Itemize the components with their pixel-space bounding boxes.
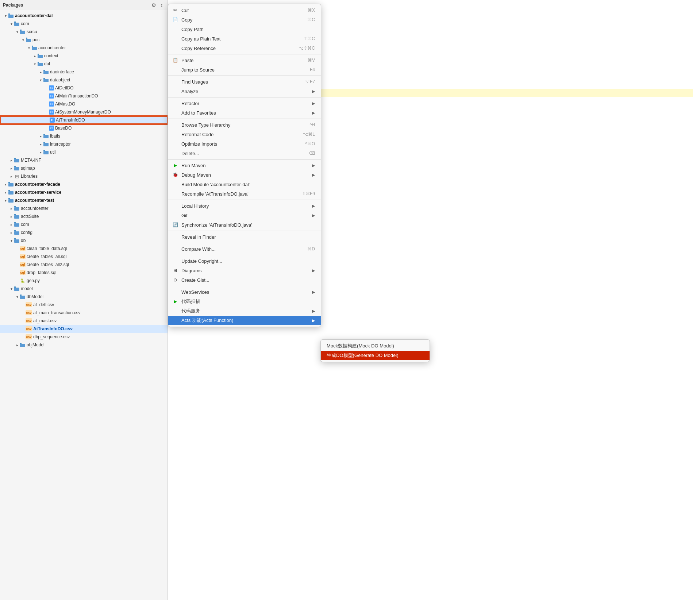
menu-separator <box>168 119 321 119</box>
menu-item-build-module[interactable]: Build Module 'accountcenter-dal' <box>168 180 321 189</box>
submenu-arrow-icon: ▶ <box>312 213 315 218</box>
copy-icon: 📄 <box>172 17 178 22</box>
menu-item-debug-maven[interactable]: 🐞 Debug Maven ▶ <box>168 170 321 180</box>
menu-item-copyright[interactable]: Update Copyright... <box>168 256 321 266</box>
menu-separator <box>168 255 321 255</box>
sync-icon: 🔄 <box>172 222 178 227</box>
diagrams-icon: ⊞ <box>172 268 178 273</box>
shortcut: ⌘X <box>308 8 315 13</box>
submenu-arrow-icon: ▶ <box>312 204 315 208</box>
shortcut: ⌘V <box>308 58 315 63</box>
shortcut: ⇧⌘C <box>304 36 315 41</box>
menu-label: Copy <box>181 17 192 23</box>
menu-item-cut[interactable]: ✂ Cut ⌘X <box>168 5 321 15</box>
menu-label: Build Module 'accountcenter-dal' <box>181 182 250 187</box>
menu-label: 代码扫描 <box>181 298 200 305</box>
menu-item-webservices[interactable]: WebServices ▶ <box>168 287 321 297</box>
menu-item-compare[interactable]: Compare With... ⌘D <box>168 244 321 254</box>
menu-item-paste[interactable]: 📋 Paste ⌘V <box>168 55 321 65</box>
menu-label: Copy as Plain Text <box>181 36 220 42</box>
submenu-arrow-icon: ▶ <box>312 163 315 168</box>
shortcut: ⌥⇧⌘C <box>299 46 315 51</box>
menu-label: Cut <box>181 8 189 13</box>
menu-item-optimize[interactable]: Optimize Imports ^⌘O <box>168 139 321 149</box>
menu-item-analyze[interactable]: Analyze ▶ <box>168 86 321 96</box>
menu-label: Copy Reference <box>181 46 216 51</box>
menu-item-copy-ref[interactable]: Copy Reference ⌥⇧⌘C <box>168 43 321 53</box>
menu-item-synchronize[interactable]: 🔄 Synchronize 'AtTransInfoDO.java' <box>168 220 321 230</box>
menu-item-refactor[interactable]: Refactor ▶ <box>168 99 321 108</box>
menu-label: Paste <box>181 58 193 63</box>
menu-label: Copy Path <box>181 27 204 32</box>
submenu-arrow-icon: ▶ <box>312 309 315 314</box>
menu-item-jump-source[interactable]: Jump to Source F4 <box>168 65 321 74</box>
shortcut: ⌥⌘L <box>303 132 315 137</box>
menu-item-code-scan[interactable]: ▶ 代码扫描 <box>168 297 321 306</box>
menu-label: Add to Favorites <box>181 110 216 116</box>
menu-label: Debug Maven <box>181 172 211 178</box>
menu-item-diagrams[interactable]: ⊞ Diagrams ▶ <box>168 266 321 275</box>
menu-item-reveal-finder[interactable]: Reveal in Finder <box>168 232 321 242</box>
menu-label: Browse Type Hierarchy <box>181 122 230 128</box>
shortcut: ⌫ <box>309 151 315 156</box>
menu-label: Acts 功能(Acts Function) <box>181 317 233 324</box>
menu-label: Optimize Imports <box>181 141 217 147</box>
menu-item-favorites[interactable]: Add to Favorites ▶ <box>168 108 321 118</box>
menu-label: Update Copyright... <box>181 258 222 264</box>
menu-item-hierarchy[interactable]: Browse Type Hierarchy ^H <box>168 120 321 130</box>
submenu-item-mock-do[interactable]: Mock数据构建(Mock DO Model) <box>321 341 430 351</box>
submenu-label: Mock数据构建(Mock DO Model) <box>327 343 394 349</box>
menu-item-copy-path[interactable]: Copy Path <box>168 24 321 34</box>
menu-item-delete[interactable]: Delete... ⌫ <box>168 149 321 158</box>
menu-label: WebServices <box>181 289 209 295</box>
menu-label: Analyze <box>181 89 198 94</box>
context-menu: ✂ Cut ⌘X 📄 Copy ⌘C Copy Path Copy as Pla… <box>168 4 321 327</box>
shortcut: ⌘C <box>307 17 315 22</box>
submenu-arrow-icon: ▶ <box>312 268 315 273</box>
shortcut: ⌥F7 <box>305 79 315 84</box>
menu-separator <box>168 159 321 159</box>
menu-separator <box>168 231 321 231</box>
shortcut: ⇧⌘F9 <box>302 191 315 196</box>
debug-icon: 🐞 <box>172 172 178 177</box>
submenu-item-generate-do[interactable]: 生成DO模型(Generate DO Model) <box>321 351 430 360</box>
menu-label: Recompile 'AtTransInfoDO.java' <box>181 191 249 197</box>
menu-separator <box>168 54 321 54</box>
menu-item-copy-plain[interactable]: Copy as Plain Text ⇧⌘C <box>168 34 321 43</box>
menu-label: Synchronize 'AtTransInfoDO.java' <box>181 222 252 228</box>
submenu-label: 生成DO模型(Generate DO Model) <box>327 352 399 359</box>
acts-submenu: Mock数据构建(Mock DO Model) 生成DO模型(Generate … <box>320 339 430 362</box>
submenu-arrow-icon: ▶ <box>312 111 315 115</box>
menu-item-recompile[interactable]: Recompile 'AtTransInfoDO.java' ⇧⌘F9 <box>168 189 321 199</box>
main-container: Packages ⚙ ↕ ▾ accountcenter-dal ▾ com ▾ <box>0 0 700 600</box>
menu-item-run-maven[interactable]: ▶ Run Maven ▶ <box>168 161 321 170</box>
menu-item-code-service[interactable]: 代码服务 ▶ <box>168 306 321 316</box>
menu-label: Refactor <box>181 101 199 106</box>
menu-item-copy[interactable]: 📄 Copy ⌘C <box>168 15 321 24</box>
menu-separator <box>168 286 321 286</box>
shortcut: ⌘D <box>307 246 315 251</box>
menu-item-reformat[interactable]: Reformat Code ⌥⌘L <box>168 130 321 139</box>
submenu-arrow-icon: ▶ <box>312 101 315 106</box>
shortcut: ^H <box>310 122 315 127</box>
menu-item-gist[interactable]: ⊙ Create Gist... <box>168 275 321 285</box>
menu-label: Find Usages <box>181 79 208 85</box>
submenu-arrow-icon: ▶ <box>312 318 315 323</box>
menu-item-acts-function[interactable]: Acts 功能(Acts Function) ▶ <box>168 316 321 325</box>
menu-label: Compare With... <box>181 246 216 252</box>
run-icon: ▶ <box>172 163 178 168</box>
menu-label: Delete... <box>181 151 199 156</box>
submenu-arrow-icon: ▶ <box>312 173 315 177</box>
menu-item-local-history[interactable]: Local History ▶ <box>168 201 321 211</box>
menu-label: Run Maven <box>181 163 205 168</box>
menu-item-find-usages[interactable]: Find Usages ⌥F7 <box>168 77 321 86</box>
cut-icon: ✂ <box>172 8 178 13</box>
menu-label: Reformat Code <box>181 132 214 137</box>
paste-icon: 📋 <box>172 58 178 63</box>
submenu-arrow-icon: ▶ <box>312 290 315 295</box>
menu-label: Reveal in Finder <box>181 234 216 240</box>
menu-separator <box>168 76 321 76</box>
menu-item-git[interactable]: Git ▶ <box>168 211 321 220</box>
submenu-arrow-icon: ▶ <box>312 89 315 94</box>
menu-separator <box>168 243 321 243</box>
